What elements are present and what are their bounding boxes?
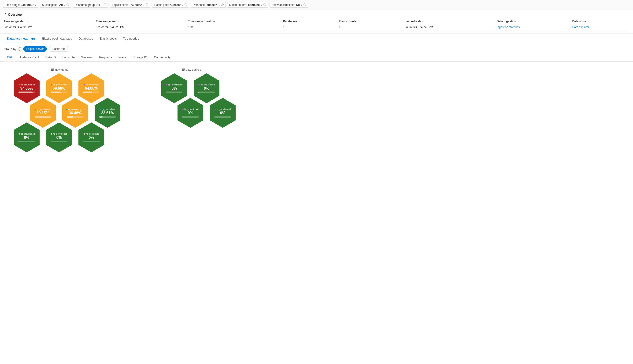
- sub-tab-workers[interactable]: Workers: [78, 54, 96, 61]
- show-descriptions-label: Show descriptions:: [272, 3, 295, 6]
- hex-cell[interactable]: gp_provisioned 50.15%: [28, 98, 58, 128]
- sub-tab-instance-cpu[interactable]: Instance CPU: [17, 54, 42, 61]
- ingestion-statistics-link[interactable]: Ingestion statistics: [497, 26, 520, 29]
- hex-cell[interactable]: bc_provisioned 0%: [12, 122, 42, 152]
- collapse-icon: ⌃: [4, 13, 7, 16]
- sub-tab-data-io[interactable]: Data IO: [42, 54, 59, 61]
- cell-last-refresh: 8/29/2024, 5:48:28 PM: [405, 24, 497, 30]
- hex-label: hs_provisioned: [198, 84, 215, 86]
- sub-tab-cpu[interactable]: CPU: [4, 54, 17, 61]
- hex-percent: 0%: [89, 136, 94, 140]
- chevron-down-icon: ⌄: [143, 4, 145, 6]
- hex-dot: [19, 84, 20, 86]
- match-pattern-value: contains: [248, 3, 259, 6]
- chevron-down-icon: ⌄: [218, 4, 220, 6]
- hex-cell[interactable]: hs_provisioned 69.66%: [44, 73, 74, 103]
- match-pattern-filter[interactable]: Match pattern: contains ⌄ ⓘ: [227, 2, 268, 8]
- hex-percent: 0%: [188, 111, 193, 115]
- sparkline-svg: [35, 117, 51, 118]
- col-header-time-start[interactable]: Time range start ↕: [4, 19, 96, 24]
- sub-tab-waits[interactable]: Waits: [115, 54, 129, 61]
- tab-elastic-pools[interactable]: Elastic pools: [96, 34, 120, 43]
- group-by-elastic-pool[interactable]: Elastic pool: [49, 46, 69, 52]
- cell-elastic-pools: 1: [339, 24, 405, 30]
- cluster-name: dbw-demo: [55, 68, 68, 72]
- sub-tab-connectivity[interactable]: Connectivity: [151, 54, 174, 61]
- resource-group-label: Resource group:: [75, 3, 96, 6]
- group-by-section: Group by i Logical server Elastic pool: [0, 43, 633, 54]
- col-header-databases[interactable]: Databases ↕: [283, 19, 339, 24]
- hex-bar-fill: [67, 116, 73, 118]
- hex-cell[interactable]: hs_provisioned 0%: [44, 122, 74, 152]
- hex-label-text: hs_provisioned: [53, 84, 67, 86]
- hex-percent: 0%: [220, 111, 225, 115]
- info-icon: ⓘ: [146, 3, 148, 6]
- match-pattern-label: Match pattern:: [229, 3, 247, 6]
- hex-label-text: bc_provisioned: [217, 108, 231, 110]
- hex-label-text: hs_serverless: [86, 133, 99, 135]
- sub-tab-log-write[interactable]: Log write: [59, 54, 78, 61]
- hex-label: hs_provisioned: [51, 133, 67, 135]
- col-header-data-store: Data store: [572, 19, 629, 24]
- sub-tab-requests[interactable]: Requests: [96, 54, 115, 61]
- logical-server-filter[interactable]: Logical server: <unset> ⌄ ⓘ: [110, 2, 150, 8]
- sub-tab-storage-io[interactable]: Storage IO: [129, 54, 151, 61]
- hex-bar: [51, 141, 67, 142]
- hex-sparkline: [35, 116, 51, 118]
- info-icon: ⓘ: [221, 3, 224, 6]
- sort-icon: ↕: [27, 20, 28, 23]
- cluster-name: dbw-demo-dr: [186, 68, 203, 72]
- tab-top-queries[interactable]: Top queries: [120, 34, 142, 43]
- show-descriptions-filter[interactable]: Show descriptions: No ⌄ ⓘ: [270, 2, 308, 8]
- hex-bar: [19, 141, 35, 142]
- cluster-dbw-demo: dbw-demo bc_provisioned 94.05% hs_provis…: [9, 68, 110, 197]
- col-header-data-ingestion: Data ingestion: [497, 19, 572, 24]
- subscription-filter[interactable]: Subscription: All ⌄ ⓘ: [40, 2, 71, 8]
- hex-cell[interactable]: hs_serverless_nr1 36.48%: [60, 98, 90, 128]
- tab-elastic-pool-heatmaps[interactable]: Elastic pool heatmaps: [39, 34, 75, 43]
- cluster-label: dbw-demo-dr: [182, 68, 203, 72]
- hex-cell[interactable]: gp_provisioned 0%: [159, 73, 189, 103]
- hex-cell[interactable]: hs_provisioned 0%: [192, 73, 222, 103]
- hex-dot: [84, 84, 85, 86]
- hex-bar: [19, 92, 35, 93]
- hex-bar-fill: [198, 92, 199, 93]
- hex-label-text: hs_provisioned: [53, 133, 67, 135]
- group-by-logical-server[interactable]: Logical server: [23, 46, 47, 52]
- hex-label: hs_serverless_nr1: [66, 108, 85, 110]
- elastic-pool-filter[interactable]: Elastic pool: <unset> ⌄ ⓘ: [152, 2, 189, 8]
- hex-cell[interactable]: hs_serverless 0%: [76, 122, 106, 152]
- hex-cell[interactable]: bc_provisioned 0%: [208, 98, 238, 128]
- col-header-time-end[interactable]: Time range end ↕: [96, 19, 188, 24]
- hex-label-text: bc_provisioned: [21, 84, 35, 86]
- info-icon: ⓘ: [185, 3, 187, 6]
- hex-dot: [51, 84, 52, 86]
- time-range-filter[interactable]: Time range: Last hour ⌄: [3, 2, 39, 8]
- database-filter[interactable]: Database: <unset> ⌄ ⓘ: [191, 2, 226, 8]
- col-header-duration[interactable]: Time range duration ↕: [188, 19, 283, 24]
- hex-dot: [51, 133, 52, 134]
- col-header-elastic-pools[interactable]: Elastic pools ↕: [339, 19, 405, 24]
- elastic-pool-value: <unset>: [170, 3, 181, 6]
- tab-databases[interactable]: Databases: [75, 34, 96, 43]
- info-icon: ⓘ: [263, 3, 266, 6]
- cell-data-ingestion[interactable]: Ingestion statistics: [497, 24, 572, 30]
- overview-table: Time range start ↕ Time range end ↕ Time…: [4, 19, 629, 30]
- resource-group-value: All: [97, 3, 100, 6]
- tab-database-heatmaps[interactable]: Database heatmaps: [4, 34, 39, 43]
- hex-bar-fill: [51, 92, 61, 93]
- col-header-last-refresh[interactable]: Last refresh ↕: [405, 19, 497, 24]
- hex-label: gp_serverless: [100, 108, 115, 110]
- sub-tabs: CPU Instance CPU Data IO Log write Worke…: [0, 54, 633, 62]
- hex-label: bc_provisioned: [182, 108, 199, 110]
- hex-cell[interactable]: gp_serverless 23.61%: [93, 98, 123, 128]
- overview-toggle[interactable]: ⌃ Overview: [4, 13, 629, 16]
- data-explorer-link[interactable]: Data explorer: [572, 26, 589, 29]
- group-by-label: Group by: [4, 47, 16, 51]
- hex-cell[interactable]: bc_provisioned 0%: [175, 98, 205, 128]
- hex-label: gp_provisioned: [166, 84, 182, 86]
- hex-cell[interactable]: hs_serverless 64.06%: [76, 73, 106, 103]
- cell-data-store[interactable]: Data explorer: [572, 24, 629, 30]
- hex-cell[interactable]: bc_provisioned 94.05%: [12, 73, 42, 103]
- resource-group-filter[interactable]: Resource group: All ⌄ ⓘ: [73, 2, 109, 8]
